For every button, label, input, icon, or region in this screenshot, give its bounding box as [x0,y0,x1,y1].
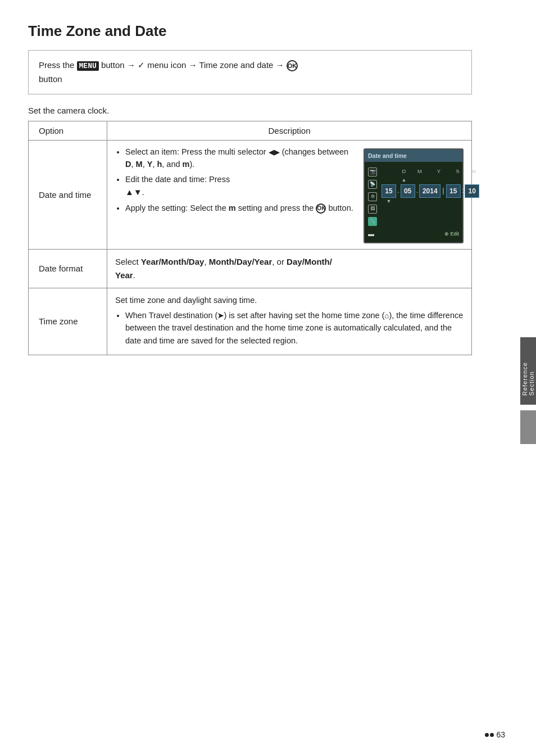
desc-date-time: Select an item: Press the multi selector… [107,140,472,249]
cam-icon-camera: 📷 [368,168,377,176]
instruction-prefix: Press the [39,60,77,70]
desc-text-date-time: Select an item: Press the multi selector… [115,146,355,218]
col-option-header: Option [29,121,107,140]
cam-val-year: 2014 [419,184,440,198]
instruction-box: Press the MENU button → ✓ menu icon → Ti… [28,50,472,94]
cam-val-month: 05 [401,184,415,198]
bullet-dot-1 [485,733,489,737]
sidebar-reference-label: Reference Section [520,337,536,405]
camera-screen: Date and time 📷 📡 ⚙ 🖼 🔧 [364,148,464,243]
cam-values: 15 . 05 . 2014 | 15 : 10 [380,184,484,198]
cam-icon-settings: ⚙ [368,192,377,201]
wrench-icon: ✓ [138,60,145,70]
page-title: Time Zone and Date [28,22,472,40]
option-date-time: Date and time [29,140,107,249]
page-content: Time Zone and Date Press the MENU button… [0,0,506,383]
bullet-dot-2 [490,733,494,737]
cam-down-arrows: ▼ [380,198,484,206]
time-zone-bullet: When Travel destination (➤) is set after… [125,309,464,347]
cam-val-min: 10 [465,184,479,198]
option-date-format: Date format [29,250,107,288]
options-table: Option Description Date and time Select … [28,121,472,355]
cam-labels: DMYhm [380,166,484,176]
bullet-3: Apply the setting: Select the m setting … [125,202,355,215]
instruction-text1: button → [101,60,138,70]
page-num-icon [485,733,494,737]
page-number-area: 63 [485,730,505,739]
cam-icon-wrench: 🔧 [368,217,377,226]
table-row: Date format Select Year/Month/Day, Month… [29,250,472,288]
cam-edit-label: ⊕ Edit [444,230,459,238]
instruction-text2: menu icon → Time zone and date → [147,60,287,70]
cam-title-bar: Date and time [365,150,462,162]
bullet-2: Edit the date and time: Press▲▼. [125,174,355,199]
cam-icon-wifi: 📡 [368,180,377,189]
menu-word: MENU [77,61,99,71]
cam-battery-icon: ▬ [368,229,374,239]
ok-inline-icon: OK [316,203,326,214]
table-row: Date and time Select an item: Press the … [29,140,472,249]
sidebar-tab [520,410,536,444]
cam-icon-photo: 🖼 [368,205,377,214]
cam-val-hour: 15 [446,184,461,198]
cam-up-arrows: ▲ [380,176,484,184]
desc-date-format: Select Year/Month/Day, Month/Day/Year, o… [107,250,472,288]
page-number: 63 [496,730,505,739]
cam-body: 📷 📡 ⚙ 🖼 🔧 DMYhm [365,162,462,242]
cam-bottom-bar: ▬ ⊕ Edit [368,229,459,239]
ok-circle-icon: OK [287,60,298,71]
instruction-text3: button [39,74,62,84]
set-camera-text: Set the camera clock. [28,106,472,115]
bullet-1: Select an item: Press the multi selector… [125,146,355,171]
option-time-zone: Time zone [29,288,107,355]
cam-datetime-area: DMYhm ▲ 15 . 05 [380,166,484,206]
table-row: Time zone Set time zone and daylight sav… [29,288,472,355]
desc-time-zone: Set time zone and daylight saving time. … [107,288,472,355]
col-description-header: Description [107,121,472,140]
cam-val-day: 15 [381,184,396,198]
